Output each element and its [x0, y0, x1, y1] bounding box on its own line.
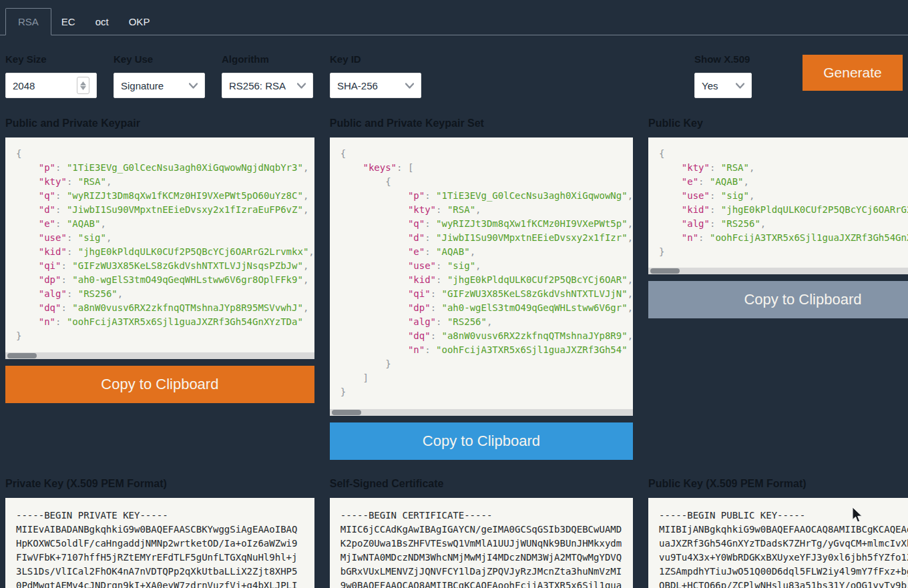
- copy-keypair-set-button[interactable]: Copy to Clipboard: [330, 422, 633, 460]
- certificate-title: Self-Signed Certificate: [330, 479, 633, 489]
- private-pem-title: Private Key (X.509 PEM Format): [5, 479, 314, 489]
- private-pem-output[interactable]: -----BEGIN PRIVATE KEY-----MIIEvAIBADANB…: [5, 498, 314, 588]
- public-pem-output[interactable]: -----BEGIN PUBLIC KEY-----MIIBIjANBgkqhk…: [648, 498, 908, 588]
- key-size-label: Key Size: [5, 54, 97, 64]
- chevron-down-icon: [405, 83, 414, 89]
- show-x509-value: Yes: [702, 80, 718, 91]
- column-public-key: Public Key { "kty": "RSA", "e": "AQAB", …: [648, 118, 908, 588]
- generate-button[interactable]: Generate: [803, 55, 903, 91]
- key-id-select[interactable]: SHA-256: [330, 73, 421, 98]
- chevron-down-icon: [189, 83, 198, 89]
- keypair-set-json-output[interactable]: { "keys": [ { "p": "1TiE3EVg_G0lCecNsu3a…: [330, 137, 633, 416]
- chevron-down-icon: [297, 83, 306, 89]
- keypair-title: Public and Private Keypair: [5, 118, 314, 129]
- keypair-set-title: Public and Private Keypair Set: [330, 118, 633, 129]
- key-size-field: [5, 73, 97, 98]
- public-pem-title: Public Key (X.509 PEM Format): [648, 479, 908, 489]
- key-id-value: SHA-256: [337, 80, 378, 91]
- scrollbar-thumb[interactable]: [332, 410, 361, 415]
- show-x509-group: Show X.509 Yes: [694, 54, 752, 98]
- results-grid: Public and Private Keypair { "p": "1TiE3…: [5, 118, 903, 588]
- number-spinner-icon[interactable]: [77, 77, 89, 94]
- tab-oct[interactable]: oct: [85, 9, 119, 35]
- algorithm-value: RS256: RSA: [229, 80, 286, 91]
- column-keypair: Public and Private Keypair { "p": "1TiE3…: [5, 118, 314, 588]
- public-key-json-output[interactable]: { "kty": "RSA", "e": "AQAB", "use": "sig…: [648, 137, 908, 274]
- key-type-tabbar: RSA EC oct OKP: [0, 0, 908, 35]
- key-size-group: Key Size: [5, 54, 97, 98]
- key-use-select[interactable]: Signature: [114, 73, 205, 98]
- show-x509-select[interactable]: Yes: [694, 73, 752, 98]
- column-keypair-set: Public and Private Keypair Set { "keys":…: [330, 118, 633, 588]
- scrollbar-thumb[interactable]: [650, 268, 680, 274]
- algorithm-label: Algorithm: [222, 54, 313, 64]
- tab-rsa[interactable]: RSA: [5, 8, 51, 35]
- tab-okp[interactable]: OKP: [119, 9, 160, 35]
- public-key-title: Public Key: [648, 118, 908, 129]
- show-x509-label: Show X.509: [694, 54, 752, 64]
- tab-ec[interactable]: EC: [51, 9, 85, 35]
- algorithm-group: Algorithm RS256: RSA: [222, 54, 313, 98]
- scrollbar-thumb[interactable]: [7, 353, 37, 358]
- horizontal-scrollbar[interactable]: [330, 409, 633, 416]
- copy-keypair-button[interactable]: Copy to Clipboard: [5, 366, 314, 403]
- copy-public-key-button[interactable]: Copy to Clipboard: [648, 281, 908, 318]
- key-id-group: Key ID SHA-256: [330, 54, 421, 98]
- chevron-down-icon: [736, 83, 744, 89]
- key-use-label: Key Use: [114, 54, 205, 64]
- key-size-input[interactable]: [13, 73, 77, 97]
- key-use-value: Signature: [121, 80, 164, 91]
- certificate-output[interactable]: -----BEGIN CERTIFICATE-----MIIC6jCCAdKgA…: [330, 498, 633, 588]
- key-id-label: Key ID: [330, 54, 421, 64]
- generator-form: Key Size Key Use Signature Algorithm RS2…: [5, 54, 903, 98]
- key-use-group: Key Use Signature: [114, 54, 205, 98]
- horizontal-scrollbar[interactable]: [5, 352, 314, 359]
- horizontal-scrollbar[interactable]: [648, 268, 908, 274]
- algorithm-select[interactable]: RS256: RSA: [222, 73, 313, 98]
- keypair-json-output[interactable]: { "p": "1TiE3EVg_G0lCecNsu3agh0XiGqwowNg…: [5, 137, 314, 359]
